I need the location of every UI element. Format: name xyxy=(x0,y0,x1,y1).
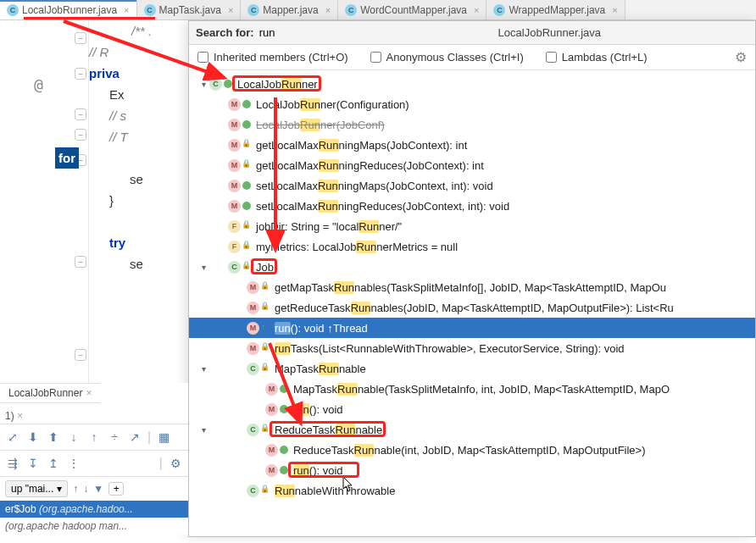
fold-handle[interactable]: – xyxy=(75,68,86,80)
bottom-tab[interactable]: LocalJobRunner× xyxy=(0,383,100,403)
method-icon: M xyxy=(228,159,241,172)
tab-wordcountmapper[interactable]: CWordCountMapper.java× xyxy=(338,0,486,19)
tab-mapper[interactable]: CMapper.java× xyxy=(241,0,338,19)
class-icon: C xyxy=(247,424,259,436)
tree-item[interactable]: MsetLocalMaxRunningReduces(JobContext, i… xyxy=(189,196,755,216)
tree-item[interactable]: ▾CLocalJobRunner xyxy=(189,74,755,94)
filter-inherited[interactable]: Inherited members (Ctrl+O) xyxy=(197,51,348,64)
close-icon[interactable]: × xyxy=(325,5,331,15)
fold-handle[interactable]: – xyxy=(75,108,86,120)
chevron-down-icon[interactable]: ▾ xyxy=(197,80,209,89)
expand-all-icon[interactable]: ⤢ xyxy=(5,429,20,445)
method-icon: M xyxy=(228,139,241,152)
tree-item[interactable]: ▾CReduceTaskRunnable xyxy=(189,419,755,440)
chevron-down-icon[interactable]: ▾ xyxy=(197,425,209,435)
structure-tree[interactable]: ▾CLocalJobRunnerMLocalJobRunner(Configur… xyxy=(189,70,755,504)
tree-icon[interactable]: ⇶ xyxy=(5,456,20,471)
collapse-down-icon[interactable]: ⬇ xyxy=(25,429,41,445)
tree-item[interactable]: MMapTaskRunnable(TaskSplitMetaInfo, int,… xyxy=(189,379,755,399)
bottom-toolbar: ⤢ ⬇ ⬆ ↓ ↑ ÷ ↗ | ▦ xyxy=(0,424,188,451)
tree-item[interactable]: MLocalJobRunner(Configuration) xyxy=(189,94,755,114)
tree-item[interactable]: MLocalJobRunner(JobConf) xyxy=(189,114,755,135)
tree-item-label: RunnableWithThrowable xyxy=(275,485,395,497)
fold-handle[interactable]: – xyxy=(75,349,86,361)
method-icon: M xyxy=(228,200,241,213)
editor-gutter: @ – – – – – – – xyxy=(0,20,89,385)
public-icon xyxy=(280,466,288,474)
tree-item-label: runTasks(List<RunnableWithThrowable>, Ex… xyxy=(275,342,625,355)
nav-up-icon[interactable]: ↑ xyxy=(86,429,102,445)
public-icon xyxy=(242,120,251,129)
private-icon xyxy=(242,222,251,230)
tree-item-label: getLocalMaxRunningMaps(JobContext): int xyxy=(256,139,467,152)
tree-item[interactable]: FjobDir: String = "localRunner/" xyxy=(189,216,755,236)
private-icon xyxy=(242,141,251,149)
method-icon: M xyxy=(265,403,278,416)
search-input[interactable] xyxy=(259,26,378,39)
class-icon: C xyxy=(247,485,259,497)
tree-item[interactable]: MgetReduceTaskRunnables(JobID, Map<TaskA… xyxy=(189,297,755,318)
tree-item[interactable]: ▾CJob xyxy=(189,257,755,277)
divide-icon[interactable]: ÷ xyxy=(107,429,122,445)
layout-icon[interactable]: ▦ xyxy=(156,429,171,445)
close-icon[interactable]: × xyxy=(474,5,479,15)
tree-item-label: LocalJobRunner(JobConf) xyxy=(256,119,385,131)
tree-item[interactable]: Mrun(): void xyxy=(189,460,755,480)
tab-maptask[interactable]: CMapTask.java× xyxy=(137,0,242,19)
popup-filters: Inherited members (Ctrl+O) Anonymous Cla… xyxy=(189,45,755,70)
tree-item-label: setLocalMaxRunningMaps(JobContext, int):… xyxy=(256,180,493,192)
filter-icon: ▼ xyxy=(93,483,103,495)
tab-wrappedmapper[interactable]: CWrappedMapper.java× xyxy=(486,0,625,19)
tree-item-label: Job xyxy=(256,261,274,274)
group-selector[interactable]: up "mai... ▾ ↑↓▼ + xyxy=(0,477,188,501)
private-icon xyxy=(242,263,251,271)
tree-item[interactable]: Mrun(): void xyxy=(189,399,755,419)
method-icon: M xyxy=(247,322,259,335)
close-icon[interactable]: × xyxy=(124,5,129,15)
bottom-subtab[interactable]: 1) × xyxy=(0,408,188,424)
arrow-icon[interactable]: ↗ xyxy=(127,429,142,445)
tree-item[interactable]: Mrun(): void ↑Thread xyxy=(189,318,755,338)
tree-item[interactable]: MgetMapTaskRunnables(TaskSplitMetaInfo[]… xyxy=(189,277,755,297)
method-icon: M xyxy=(228,180,241,192)
tree-item[interactable]: MReduceTaskRunnable(int, JobID, Map<Task… xyxy=(189,440,755,460)
chevron-down-icon[interactable]: ▾ xyxy=(197,263,209,272)
tree-item[interactable]: MgetLocalMaxRunningReduces(JobContext): … xyxy=(189,155,755,175)
method-icon: M xyxy=(247,281,259,294)
code-editor[interactable]: /** . // R priva Ex // s // T for se } t… xyxy=(89,20,191,274)
tree-item[interactable]: FmyMetrics: LocalJobRunnerMetrics = null xyxy=(189,236,755,257)
fold-handle[interactable]: – xyxy=(75,256,86,268)
tree-item-label: setLocalMaxRunningReduces(JobContext, in… xyxy=(256,200,509,213)
close-icon[interactable]: × xyxy=(612,5,617,15)
tree-item-label: run(): void xyxy=(293,464,343,477)
private-icon xyxy=(261,425,270,434)
gear-icon[interactable]: ⚙ xyxy=(735,49,747,65)
method-icon: M xyxy=(265,383,278,396)
tree-item[interactable]: MrunTasks(List<RunnableWithThrowable>, E… xyxy=(189,338,755,358)
settings-icon[interactable]: ⚙ xyxy=(168,456,183,471)
usage-item-2[interactable]: (org.apache hadoop man... xyxy=(0,518,188,535)
private-icon xyxy=(261,364,270,373)
tree-item[interactable]: MgetLocalMaxRunningMaps(JobContext): int xyxy=(189,135,755,155)
filter-anon[interactable]: Anonymous Classes (Ctrl+I) xyxy=(370,51,524,64)
fold-handle[interactable]: – xyxy=(75,129,86,141)
chevron-down-icon[interactable]: ▾ xyxy=(197,364,209,374)
fold-handle[interactable]: – xyxy=(75,32,86,44)
filter-lambdas[interactable]: Lambdas (Ctrl+L) xyxy=(546,51,648,64)
nav-down-icon[interactable]: ↓ xyxy=(66,429,81,445)
tree-item[interactable]: MsetLocalMaxRunningMaps(JobContext, int)… xyxy=(189,175,755,196)
tree-item-label: ReduceTaskRunnable(int, JobID, Map<TaskA… xyxy=(293,444,646,457)
collapse-up-icon[interactable]: ⬆ xyxy=(46,429,61,445)
close-icon[interactable]: × xyxy=(228,5,233,15)
tree-item[interactable]: CRunnableWithThrowable xyxy=(189,480,755,501)
usage-item[interactable]: er$Job (org.apache.hadoo... xyxy=(0,501,188,518)
tree-item-label: jobDir: String = "localRunner/" xyxy=(256,220,402,233)
tree-item-label: getReduceTaskRunnables(JobID, Map<TaskAt… xyxy=(275,302,674,314)
public-icon xyxy=(242,202,251,210)
public-icon xyxy=(280,385,288,393)
tree-item-label: MapTaskRunnable(TaskSplitMetaInfo, int, … xyxy=(293,383,670,396)
method-icon: M xyxy=(228,119,241,131)
tab-localjobrunner[interactable]: CLocalJobRunner.java× xyxy=(0,0,137,19)
override-icon xyxy=(261,324,270,332)
tree-item[interactable]: ▾CMapTaskRunnable xyxy=(189,358,755,379)
